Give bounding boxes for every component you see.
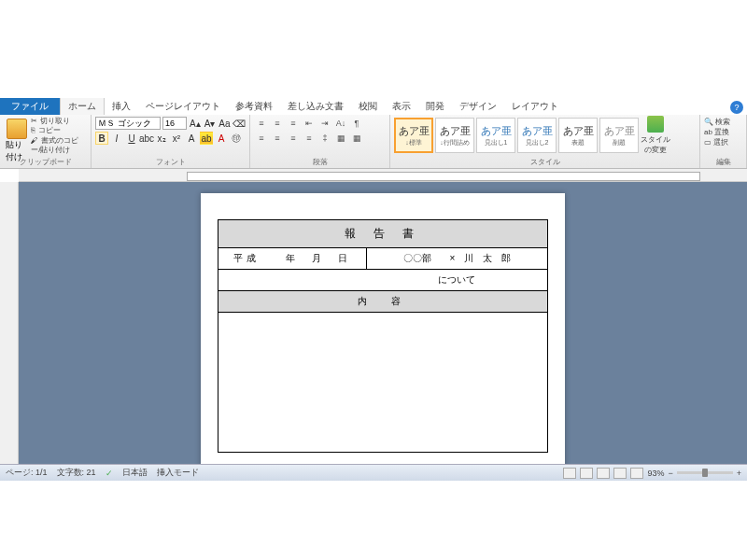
tab-view[interactable]: 表示: [385, 98, 418, 115]
select-button[interactable]: ▭選択: [704, 137, 742, 147]
zoom-out-button[interactable]: −: [668, 469, 672, 478]
subscript-button[interactable]: x₂: [155, 132, 168, 145]
view-web-button[interactable]: [597, 468, 610, 479]
tab-layout[interactable]: レイアウト: [504, 98, 566, 115]
document-canvas[interactable]: 報 告 書 平成 年 月 日 〇〇部 × 川 太 郎 について 内 容: [19, 182, 747, 479]
help-icon[interactable]: ?: [730, 101, 743, 114]
align-right-button[interactable]: ≡: [286, 132, 301, 145]
indent-inc-button[interactable]: ⇥: [317, 117, 332, 130]
status-page[interactable]: ページ: 1/1: [6, 467, 48, 479]
shading-button[interactable]: ▦: [333, 132, 348, 145]
bold-button[interactable]: B: [95, 132, 108, 145]
zoom-in-button[interactable]: +: [737, 469, 741, 478]
copy-button[interactable]: ⎘ コピー: [31, 126, 87, 135]
text-effects-button[interactable]: A: [185, 132, 198, 145]
style-subtitle[interactable]: あア亜 副題: [599, 118, 639, 153]
cut-button[interactable]: ✂ 切り取り: [31, 117, 87, 126]
paste-icon: [7, 119, 27, 139]
sort-button[interactable]: A↓: [333, 117, 348, 130]
align-center-button[interactable]: ≡: [270, 132, 285, 145]
doc-author[interactable]: 〇〇部 × 川 太 郎: [366, 248, 547, 270]
highlight-button[interactable]: ab: [200, 132, 213, 145]
clipboard-group: 貼り付け ✂ 切り取り ⎘ コピー 🖌 書式のコピー/貼り付け クリップボード: [0, 115, 92, 168]
show-marks-button[interactable]: ¶: [349, 117, 364, 130]
paragraph-group: ≡ ≡ ≡ ⇤ ⇥ A↓ ¶ ≡ ≡ ≡ ≡ ‡ ▦ ▦ 段落: [250, 115, 390, 168]
enclose-button[interactable]: ㊞: [230, 132, 243, 145]
font-name-input[interactable]: [95, 117, 161, 130]
underline-button[interactable]: U: [125, 132, 138, 145]
justify-button[interactable]: ≡: [302, 132, 317, 145]
view-outline-button[interactable]: [613, 468, 627, 479]
status-spell-icon[interactable]: ✓: [106, 469, 113, 478]
styles-group: あア亜 ↓標準 あア亜 ↓行間詰め あア亜 見出し1 あア亜 見出し2 あア亜 …: [390, 115, 700, 168]
paragraph-label: 段落: [250, 157, 389, 167]
view-read-button[interactable]: [580, 468, 593, 479]
grow-font-button[interactable]: A▴: [189, 117, 202, 130]
doc-subject[interactable]: [218, 270, 367, 291]
replace-button[interactable]: ab置換: [704, 127, 742, 137]
tab-mailings[interactable]: 差し込み文書: [280, 98, 351, 115]
statusbar: ページ: 1/1 文字数: 21 ✓ 日本語 挿入モード 93% − +: [0, 464, 747, 481]
style-no-spacing[interactable]: あア亜 ↓行間詰め: [435, 118, 474, 153]
document-table[interactable]: 報 告 書 平成 年 月 日 〇〇部 × 川 太 郎 について 内 容: [218, 219, 548, 453]
clear-format-button[interactable]: ⌫: [233, 117, 246, 130]
zoom-level[interactable]: 93%: [647, 469, 664, 478]
tab-home[interactable]: ホーム: [60, 97, 105, 115]
ribbon: 貼り付け ✂ 切り取り ⎘ コピー 🖌 書式のコピー/貼り付け クリップボード …: [0, 115, 747, 169]
ruler-horizontal[interactable]: [19, 169, 747, 182]
indent-dec-button[interactable]: ⇤: [302, 117, 317, 130]
view-draft-button[interactable]: [630, 468, 643, 479]
tab-page-layout[interactable]: ページレイアウト: [138, 98, 228, 115]
tab-developer[interactable]: 開発: [418, 98, 452, 115]
change-styles-button[interactable]: スタイルの変更: [641, 116, 670, 155]
strike-button[interactable]: abc: [140, 132, 153, 145]
page: 報 告 書 平成 年 月 日 〇〇部 × 川 太 郎 について 内 容: [201, 193, 565, 479]
style-heading1[interactable]: あア亜 見出し1: [476, 118, 515, 153]
doc-title[interactable]: 報 告 書: [218, 220, 548, 248]
multilevel-button[interactable]: ≡: [286, 117, 301, 130]
ruler-vertical[interactable]: [0, 182, 19, 479]
style-heading2[interactable]: あア亜 見出し2: [517, 118, 557, 153]
tab-insert[interactable]: 挿入: [105, 98, 138, 115]
style-normal[interactable]: あア亜 ↓標準: [394, 118, 433, 153]
bullets-button[interactable]: ≡: [254, 117, 269, 130]
style-title[interactable]: あア亜 表題: [558, 118, 598, 153]
line-spacing-button[interactable]: ‡: [317, 132, 332, 145]
change-case-button[interactable]: Aa: [218, 117, 231, 130]
view-print-button[interactable]: [563, 468, 576, 479]
clipboard-label: クリップボード: [0, 157, 91, 167]
shrink-font-button[interactable]: A▾: [204, 117, 217, 130]
editing-label: 編集: [700, 157, 746, 167]
doc-date[interactable]: 平成 年 月 日: [218, 248, 367, 270]
superscript-button[interactable]: x²: [170, 132, 183, 145]
format-painter-button[interactable]: 🖌 書式のコピー/貼り付け: [31, 136, 87, 156]
tab-design[interactable]: デザイン: [452, 98, 504, 115]
file-tab[interactable]: ファイル: [0, 98, 60, 115]
doc-content-header[interactable]: 内 容: [218, 291, 548, 313]
font-size-input[interactable]: [162, 117, 187, 130]
editing-group: 🔍検索 ab置換 ▭選択 編集: [700, 115, 747, 168]
ribbon-tabs: ファイル ホーム 挿入 ページレイアウト 参考資料 差し込み文書 校閲 表示 開…: [0, 98, 747, 115]
zoom-slider[interactable]: [677, 471, 733, 474]
styles-label: スタイル: [390, 157, 699, 167]
numbering-button[interactable]: ≡: [270, 117, 285, 130]
doc-about[interactable]: について: [366, 270, 547, 291]
borders-button[interactable]: ▦: [349, 132, 364, 145]
status-language[interactable]: 日本語: [122, 467, 148, 479]
doc-content-body[interactable]: [218, 313, 548, 453]
find-button[interactable]: 🔍検索: [704, 117, 742, 127]
font-group: A▴ A▾ Aa ⌫ B I U abc x₂ x² A ab A ㊞ フォント: [92, 115, 250, 168]
workspace: 報 告 書 平成 年 月 日 〇〇部 × 川 太 郎 について 内 容: [0, 182, 747, 479]
italic-button[interactable]: I: [110, 132, 123, 145]
font-color-button[interactable]: A: [215, 132, 228, 145]
status-words[interactable]: 文字数: 21: [57, 467, 96, 479]
align-left-button[interactable]: ≡: [254, 132, 269, 145]
font-label: フォント: [92, 157, 249, 167]
status-mode[interactable]: 挿入モード: [157, 467, 199, 479]
tab-references[interactable]: 参考資料: [228, 98, 280, 115]
tab-review[interactable]: 校閲: [351, 98, 385, 115]
